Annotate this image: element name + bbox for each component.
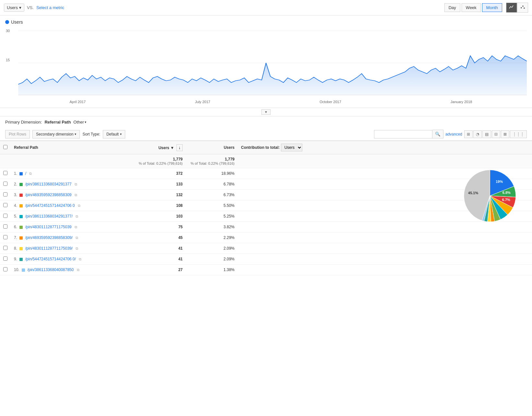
- row-checkbox-3[interactable]: [3, 203, 7, 207]
- search-button[interactable]: 🔍: [432, 130, 443, 138]
- row-checkbox-7[interactable]: [3, 246, 7, 250]
- row-path-link[interactable]: /pin/483011128771175039: [25, 225, 72, 229]
- copy-icon[interactable]: ⧉: [77, 268, 79, 272]
- legend-dot: [5, 20, 9, 24]
- contribution-metric-select[interactable]: Users: [281, 144, 302, 151]
- primary-dim-bar: Primary Dimension: Referral Path Other ▾: [0, 116, 532, 128]
- copy-icon[interactable]: ⧉: [78, 204, 80, 208]
- secondary-dimension-button[interactable]: Secondary dimension ▾: [32, 130, 80, 138]
- other-label: Other: [73, 120, 84, 125]
- month-button[interactable]: Month: [482, 3, 502, 12]
- scatter-chart-btn[interactable]: [517, 3, 528, 13]
- total-users2-cell: 1,779 % of Total: 0.22% (799,616): [186, 154, 238, 168]
- row-path-link[interactable]: /pin/544724515714424706 0: [25, 203, 75, 208]
- row-path-link[interactable]: /pin/469359592398858309: [25, 193, 72, 197]
- row-num: 9.: [14, 257, 17, 261]
- copy-icon[interactable]: ⧉: [76, 246, 78, 250]
- row-num: 8.: [14, 246, 17, 251]
- row-pct-cell: 6.78%: [186, 179, 238, 190]
- users-metric-header[interactable]: Users ▼ ↓: [121, 141, 186, 154]
- svg-point-1: [522, 6, 524, 7]
- row-color-dot: [19, 183, 23, 186]
- collapse-arrow-btn[interactable]: ▼: [261, 109, 271, 115]
- row-path-link[interactable]: /pin/386113368034291377/: [25, 214, 73, 219]
- bar-view-btn[interactable]: ▤: [482, 130, 491, 138]
- total-users2: 1,779: [189, 157, 235, 161]
- sort-type-button[interactable]: Default ▾: [103, 130, 125, 138]
- copy-icon[interactable]: ⧉: [75, 182, 77, 186]
- row-checkbox-5[interactable]: [3, 224, 7, 229]
- grid-view-btn[interactable]: ⊞: [464, 130, 473, 138]
- row-checkbox-cell: [0, 243, 11, 254]
- chart-container: 30 15: [5, 27, 527, 99]
- copy-icon[interactable]: ⧉: [76, 236, 78, 240]
- other-button[interactable]: Other ▾: [73, 120, 86, 125]
- users-metric-label: Users: [158, 146, 169, 150]
- select-all-checkbox[interactable]: [3, 145, 7, 149]
- data-view-btn[interactable]: ⋮⋮⋮: [510, 130, 527, 138]
- row-num: 5.: [14, 214, 17, 219]
- row-checkbox-1[interactable]: [3, 182, 7, 186]
- pie-view-btn[interactable]: ◔: [473, 130, 482, 138]
- row-users1-cell: 108: [121, 200, 186, 211]
- svg-point-0: [521, 7, 522, 8]
- row-users1-cell: 41: [121, 243, 186, 254]
- row-checkbox-4[interactable]: [3, 214, 7, 218]
- row-color-dot: [19, 226, 23, 229]
- metric-dropdown[interactable]: Users ▾: [4, 4, 24, 12]
- plot-rows-button[interactable]: Plot Rows: [5, 130, 30, 138]
- table-row: 10. /pin/386113368040087850 ⧉ 27 1.38%: [0, 265, 532, 275]
- top-bar-right: Day Week Month: [444, 3, 528, 13]
- row-path-link[interactable]: /pin/386113368040087850: [27, 267, 74, 272]
- x-axis: April 2017 July 2017 October 2017 Januar…: [5, 99, 527, 104]
- search-input[interactable]: [374, 130, 432, 138]
- compare-view-btn[interactable]: ⊠: [501, 130, 509, 138]
- pivot-view-btn[interactable]: ⊟: [492, 130, 500, 138]
- vs-label: VS.: [27, 5, 34, 10]
- row-path-cell-0: 1. / ⧉: [11, 168, 121, 179]
- row-checkbox-6[interactable]: [3, 235, 7, 239]
- row-path-cell-2: 3. /pin/469359592398858309 ⧉: [11, 190, 121, 200]
- pie-chart-container: 19%6.8%6.7%45.1%: [454, 160, 526, 232]
- pie-label-1: 6.8%: [502, 191, 511, 195]
- copy-icon[interactable]: ⧉: [76, 214, 78, 218]
- row-checkbox-0[interactable]: [3, 171, 7, 175]
- row-checkbox-8[interactable]: [3, 256, 7, 261]
- row-path-link[interactable]: /pin/483011128771175039/: [25, 246, 73, 251]
- select-metric-link[interactable]: Select a metric: [36, 5, 64, 10]
- row-users1-cell: 75: [121, 222, 186, 232]
- sort-label: Sort Type:: [82, 132, 100, 137]
- row-num: 4.: [14, 203, 17, 208]
- sort-direction-btn[interactable]: ↓: [176, 144, 183, 151]
- row-chart-cell: [238, 232, 532, 243]
- week-button[interactable]: Week: [462, 3, 481, 12]
- row-path-link[interactable]: /pin/544724515714424706 0/: [25, 257, 76, 261]
- line-chart-btn[interactable]: [506, 3, 517, 13]
- row-checkbox-9[interactable]: [3, 267, 7, 271]
- row-chart-cell: [238, 254, 532, 265]
- copy-icon[interactable]: ⧉: [79, 257, 81, 261]
- copy-icon[interactable]: ⧉: [75, 193, 77, 197]
- pie-label-10: 45.1%: [468, 191, 478, 195]
- row-path-link[interactable]: /pin/386113368034291377: [25, 182, 72, 186]
- row-checkbox-2[interactable]: [3, 192, 7, 196]
- day-button[interactable]: Day: [444, 3, 460, 12]
- row-path-link[interactable]: /: [25, 171, 26, 176]
- row-path-link[interactable]: /pin/469359592398858309/: [25, 235, 73, 240]
- advanced-link[interactable]: advanced: [445, 132, 462, 137]
- row-checkbox-cell: [0, 222, 11, 232]
- row-users1-cell: 372: [121, 168, 186, 179]
- row-num: 10.: [14, 267, 19, 272]
- x-label-oct: October 2017: [320, 100, 341, 104]
- row-num: 3.: [14, 193, 17, 197]
- row-num: 1.: [14, 171, 17, 176]
- row-path-cell-8: 9. /pin/544724515714424706 0/ ⧉: [11, 254, 121, 265]
- copy-icon[interactable]: ⧉: [29, 172, 32, 175]
- copy-icon[interactable]: ⧉: [75, 225, 77, 229]
- total-users1-cell: 1,779 % of Total: 0.22% (799,616): [121, 154, 186, 168]
- x-label-jul: July 2017: [195, 100, 210, 104]
- row-pct-cell: 3.82%: [186, 222, 238, 232]
- primary-dim-label: Primary Dimension:: [5, 120, 42, 125]
- metric-label: Users: [7, 5, 18, 10]
- secondary-dim-arrow: ▾: [75, 132, 76, 136]
